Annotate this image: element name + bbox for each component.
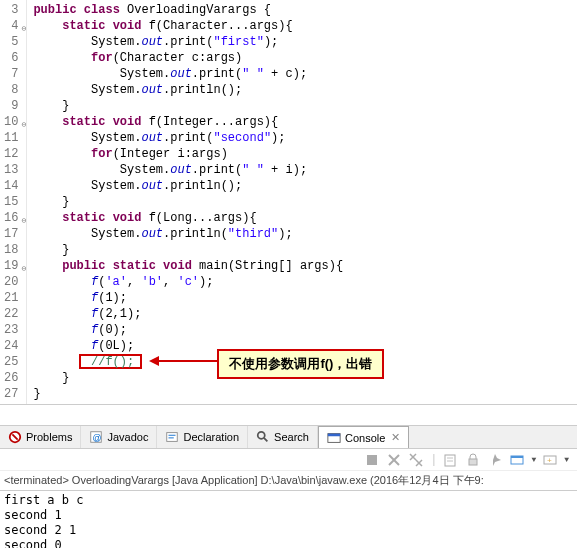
code-area[interactable]: 不使用参数调用f()，出错 public class OverloadingVa… xyxy=(27,0,577,404)
code-line[interactable]: } xyxy=(33,386,577,402)
code-line[interactable]: f(0); xyxy=(33,322,577,338)
display-console-icon[interactable] xyxy=(509,452,525,468)
view-tabs: Problems @ Javadoc Declaration Search Co… xyxy=(0,425,577,449)
code-line[interactable]: } xyxy=(33,194,577,210)
code-line[interactable]: System.out.println(); xyxy=(33,178,577,194)
line-number: 12 xyxy=(4,146,18,162)
svg-line-8 xyxy=(264,438,268,442)
code-line[interactable]: System.out.println("third"); xyxy=(33,226,577,242)
code-line[interactable]: f(0L); xyxy=(33,338,577,354)
code-line[interactable]: static void f(Character...args){ xyxy=(33,18,577,34)
line-number: 6 xyxy=(4,50,18,66)
line-number: 22 xyxy=(4,306,18,322)
fold-icon[interactable]: ⊖ xyxy=(17,117,26,126)
line-number: 19⊖ xyxy=(4,258,18,274)
svg-text:+: + xyxy=(547,456,552,465)
line-number: 18 xyxy=(4,242,18,258)
code-line[interactable]: System.out.print(" " + c); xyxy=(33,66,577,82)
line-number: 3 xyxy=(4,2,18,18)
svg-rect-23 xyxy=(511,456,523,458)
code-line[interactable]: System.out.println(); xyxy=(33,82,577,98)
console-line: second 1 xyxy=(4,508,573,523)
line-number: 26 xyxy=(4,370,18,386)
line-number: 8 xyxy=(4,82,18,98)
line-number: 7 xyxy=(4,66,18,82)
svg-rect-11 xyxy=(367,455,377,465)
fold-icon[interactable]: ⊖ xyxy=(17,21,26,30)
line-number: 21 xyxy=(4,290,18,306)
code-line[interactable]: f(1); xyxy=(33,290,577,306)
line-number: 5 xyxy=(4,34,18,50)
code-line[interactable]: //f(); xyxy=(33,354,577,370)
svg-text:@: @ xyxy=(93,433,102,443)
code-line[interactable]: static void f(Long...args){ xyxy=(33,210,577,226)
line-number: 24 xyxy=(4,338,18,354)
dropdown-icon[interactable]: ▼ xyxy=(564,455,569,464)
code-line[interactable]: for(Character c:args) xyxy=(33,50,577,66)
line-number: 15 xyxy=(4,194,18,210)
svg-rect-21 xyxy=(469,459,477,465)
line-number: 13 xyxy=(4,162,18,178)
fold-icon[interactable]: ⊖ xyxy=(17,261,26,270)
remove-launch-icon[interactable] xyxy=(386,452,402,468)
clear-console-icon[interactable] xyxy=(443,452,459,468)
code-line[interactable]: public class OverloadingVarargs { xyxy=(33,2,577,18)
line-number: 11 xyxy=(4,130,18,146)
tab-declaration[interactable]: Declaration xyxy=(157,426,248,448)
tab-label: Console xyxy=(345,432,385,444)
code-line[interactable]: for(Integer i:args) xyxy=(33,146,577,162)
pin-console-icon[interactable] xyxy=(487,452,503,468)
line-number: 17 xyxy=(4,226,18,242)
scroll-lock-icon[interactable] xyxy=(465,452,481,468)
line-number: 9 xyxy=(4,98,18,114)
open-console-icon[interactable]: + xyxy=(542,452,558,468)
declaration-icon xyxy=(165,430,179,444)
code-editor[interactable]: 34⊖5678910⊖111213141516⊖171819⊖202122232… xyxy=(0,0,577,405)
dropdown-icon[interactable]: ▼ xyxy=(531,455,536,464)
code-line[interactable]: System.out.print(" " + i); xyxy=(33,162,577,178)
console-output[interactable]: first a b csecond 1second 2 1second 0thi… xyxy=(0,491,577,548)
console-process-label: <terminated> OverloadingVarargs [Java Ap… xyxy=(0,471,577,491)
tab-label: Problems xyxy=(26,431,72,443)
line-number: 25 xyxy=(4,354,18,370)
code-line[interactable]: public static void main(String[] args){ xyxy=(33,258,577,274)
console-line: second 2 1 xyxy=(4,523,573,538)
code-line[interactable]: } xyxy=(33,242,577,258)
tab-label: Search xyxy=(274,431,309,443)
tab-javadoc[interactable]: @ Javadoc xyxy=(81,426,157,448)
tab-problems[interactable]: Problems xyxy=(0,426,81,448)
tab-console[interactable]: Console ✕ xyxy=(318,426,409,448)
code-line[interactable]: static void f(Integer...args){ xyxy=(33,114,577,130)
svg-rect-4 xyxy=(167,433,178,442)
search-icon xyxy=(256,430,270,444)
code-line[interactable]: } xyxy=(33,370,577,386)
code-line[interactable]: System.out.print("first"); xyxy=(33,34,577,50)
fold-icon[interactable]: ⊖ xyxy=(17,213,26,222)
console-line: first a b c xyxy=(4,493,573,508)
line-number: 10⊖ xyxy=(4,114,18,130)
remove-all-icon[interactable] xyxy=(408,452,424,468)
line-number: 14 xyxy=(4,178,18,194)
line-number: 20 xyxy=(4,274,18,290)
line-number: 16⊖ xyxy=(4,210,18,226)
console-toolbar: | ▼ + ▼ xyxy=(0,449,577,471)
javadoc-icon: @ xyxy=(89,430,103,444)
line-number: 27 xyxy=(4,386,18,402)
terminate-icon[interactable] xyxy=(364,452,380,468)
line-number: 23 xyxy=(4,322,18,338)
problems-icon xyxy=(8,430,22,444)
tab-label: Javadoc xyxy=(107,431,148,443)
svg-point-7 xyxy=(258,432,265,439)
tab-search[interactable]: Search xyxy=(248,426,318,448)
svg-rect-10 xyxy=(328,433,340,436)
console-icon xyxy=(327,431,341,445)
code-line[interactable]: System.out.print("second"); xyxy=(33,130,577,146)
line-number: 4⊖ xyxy=(4,18,18,34)
console-line: second 0 xyxy=(4,538,573,548)
code-line[interactable]: f('a', 'b', 'c'); xyxy=(33,274,577,290)
close-icon[interactable]: ✕ xyxy=(391,431,400,444)
tab-label: Declaration xyxy=(183,431,239,443)
line-gutter: 34⊖5678910⊖111213141516⊖171819⊖202122232… xyxy=(0,0,27,404)
code-line[interactable]: f(2,1); xyxy=(33,306,577,322)
code-line[interactable]: } xyxy=(33,98,577,114)
